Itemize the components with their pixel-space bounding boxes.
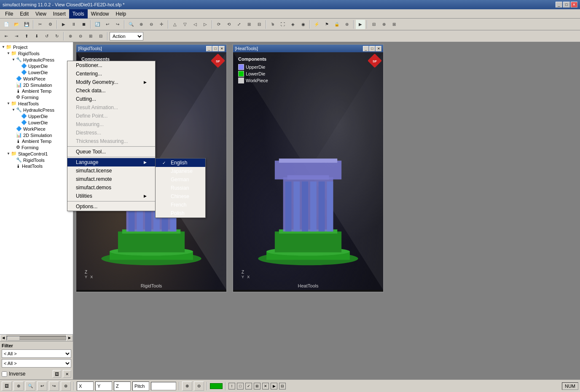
tree-item-1[interactable]: ▼ 📁 RigidTools <box>2 50 71 56</box>
menu-positioner[interactable]: Positioner... <box>67 61 155 70</box>
menu-modify-geometry[interactable]: Modify Geometry... ▶ <box>67 78 155 86</box>
tree-item-9[interactable]: ▼ 📁 HeatTools <box>2 100 71 107</box>
lang-english[interactable]: ✓ English <box>156 158 205 167</box>
tb-r2-6[interactable]: ↻ <box>52 32 62 41</box>
tree-item-13[interactable]: 🔷 WorkPiece <box>2 126 71 132</box>
lang-chinese[interactable]: Chinese <box>156 192 205 201</box>
tb18[interactable]: ▷ <box>201 20 210 29</box>
status-axis-btn[interactable]: ⊖ <box>194 381 204 391</box>
action-dropdown[interactable]: Action <box>110 32 143 40</box>
tb16[interactable]: ▽ <box>180 20 190 29</box>
tb12[interactable]: ⊕ <box>137 20 146 29</box>
tb24[interactable]: 🖱 <box>268 20 277 29</box>
heat-tools-close[interactable]: ✕ <box>376 46 381 51</box>
menu-define-point[interactable]: Define Point... <box>67 112 155 120</box>
tb31[interactable]: ⊛ <box>342 20 352 29</box>
menu-file[interactable]: File <box>2 9 16 19</box>
play-btn[interactable]: ▶ <box>356 20 365 29</box>
tree-expand-2[interactable]: ▼ <box>12 58 16 62</box>
tb27[interactable]: ◉ <box>298 20 308 29</box>
lang-polish[interactable]: Polish <box>156 209 205 217</box>
tb32[interactable]: ⊟ <box>369 20 379 29</box>
rigid-tools-close[interactable]: ✕ <box>219 46 225 51</box>
tb-r2-1[interactable]: ⇤ <box>2 32 11 41</box>
minimize-button[interactable]: _ <box>556 2 562 8</box>
tb25[interactable]: ⛶ <box>278 20 287 29</box>
tree-item-2[interactable]: ▼ 🔧 HydraulicPress <box>2 56 71 63</box>
tree-item-11[interactable]: 🔷 UpperDie <box>2 113 71 119</box>
filter-select-2[interactable]: < All > <box>2 359 71 368</box>
tree-item-19[interactable]: 🌡 HeatTools <box>2 163 71 169</box>
tb6[interactable]: ⏸ <box>69 20 78 29</box>
tree-item-5[interactable]: 🔷 WorkPiece <box>2 75 71 82</box>
heat-tools-maximize[interactable]: □ <box>369 46 375 51</box>
menu-insert[interactable]: Insert <box>50 9 69 19</box>
tree-item-12[interactable]: 🔷 LowerDie <box>2 119 71 126</box>
filter-clear-btn[interactable]: ✕ <box>63 370 71 378</box>
menu-diestress[interactable]: Diestress... <box>67 129 155 137</box>
rigid-tools-minimize[interactable]: _ <box>206 46 212 51</box>
tb-r2-4[interactable]: ⬇ <box>32 32 41 41</box>
menu-queue-tool[interactable]: Queue Tool... <box>67 148 155 156</box>
menu-centering[interactable]: Centering... <box>67 70 155 78</box>
menu-utilities[interactable]: Utilities ▶ <box>67 192 155 200</box>
tree-expand-0[interactable]: ▼ <box>2 45 6 49</box>
menu-edit[interactable]: Edit <box>16 9 32 19</box>
new-btn[interactable]: 📄 <box>2 20 11 29</box>
tb-r2-7[interactable]: ⊕ <box>66 32 75 41</box>
tree-item-4[interactable]: 🔷 LowerDie <box>2 69 71 75</box>
scroll-thumb[interactable] <box>7 336 20 341</box>
tb33[interactable]: ⊕ <box>379 20 389 29</box>
lang-japanese[interactable]: Japanese <box>156 167 205 175</box>
tb-r2-9[interactable]: ⊞ <box>86 32 95 41</box>
save-btn[interactable]: 💾 <box>22 20 31 29</box>
lang-french[interactable]: French <box>156 201 205 209</box>
tree-expand-10[interactable]: ▼ <box>12 108 16 112</box>
menu-check-data[interactable]: Check data... <box>67 86 155 95</box>
scroll-right-btn[interactable]: ▶ <box>66 335 73 341</box>
tb-r2-8[interactable]: ⊖ <box>76 32 85 41</box>
tb8[interactable]: 🔄 <box>93 20 102 29</box>
tree-item-10[interactable]: ▼ 🔧 HydraulicPress <box>2 107 71 113</box>
menu-cutting[interactable]: Cutting... <box>67 95 155 103</box>
menu-thickness-measuring[interactable]: Thickness Measuring... <box>67 137 155 145</box>
status-btn-1[interactable]: 🖼 <box>2 381 12 391</box>
menu-language[interactable]: Language ▶ ✓ English Japanese German <box>67 158 155 166</box>
status-btn-3[interactable]: 🔍 <box>25 381 35 391</box>
tree-expand-9[interactable]: ▼ <box>7 102 11 105</box>
tree-item-16[interactable]: ⚙ Forming <box>2 144 71 150</box>
tb-r2-5[interactable]: ↺ <box>42 32 51 41</box>
tree-item-15[interactable]: 🌡 Ambient Temp <box>2 138 71 144</box>
tree-item-3[interactable]: 🔷 UpperDie <box>2 63 71 69</box>
status-btn-5[interactable]: ↪ <box>49 381 59 391</box>
menu-help[interactable]: Help <box>113 9 130 19</box>
tb3[interactable]: ✂ <box>35 20 45 29</box>
tb28[interactable]: ⚡ <box>312 20 321 29</box>
tb4[interactable]: ⚙ <box>46 20 55 29</box>
filter-select-1[interactable]: < All > <box>2 349 71 358</box>
close-button[interactable]: ✕ <box>571 2 577 8</box>
tb21[interactable]: ⤢ <box>234 20 244 29</box>
tb11[interactable]: 🔍 <box>126 20 136 29</box>
tb19[interactable]: ⟳ <box>214 20 223 29</box>
tree-expand-17[interactable]: ▼ <box>7 152 11 156</box>
tb26[interactable]: ◈ <box>288 20 298 29</box>
filter-apply-btn[interactable]: 🖼 <box>53 370 61 378</box>
tb10[interactable]: ↪ <box>113 20 122 29</box>
menu-simufact-demos[interactable]: simufact.demos <box>67 183 155 192</box>
status-btn-2[interactable]: ⊕ <box>13 381 24 391</box>
tb23[interactable]: ⊟ <box>255 20 264 29</box>
menu-result-animation[interactable]: Result Animation... <box>67 103 155 112</box>
tb22[interactable]: ⊞ <box>244 20 254 29</box>
lang-russian[interactable]: Russian <box>156 184 205 192</box>
tb5[interactable]: ▶ <box>59 20 68 29</box>
tb30[interactable]: 🔒 <box>332 20 341 29</box>
tree-item-7[interactable]: 🌡 Ambient Temp <box>2 88 71 94</box>
menu-measuring[interactable]: Measuring... <box>67 120 155 129</box>
tb14[interactable]: ✛ <box>157 20 166 29</box>
tree-item-0[interactable]: ▼ 📁 Project <box>2 44 71 50</box>
menu-window[interactable]: Window <box>88 9 113 19</box>
horizontal-scrollbar[interactable]: ◀ ▶ <box>0 334 73 341</box>
status-measure-btn[interactable]: ⊕ <box>182 381 192 391</box>
tb9[interactable]: ↩ <box>103 20 112 29</box>
